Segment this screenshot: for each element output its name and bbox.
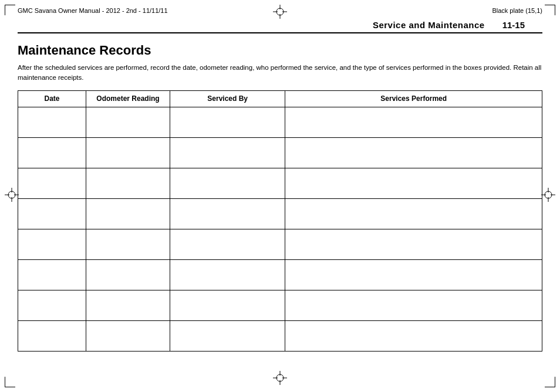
table-row [18, 321, 542, 352]
page-container: GMC Savana Owner Manual - 2012 - 2nd - 1… [0, 0, 560, 392]
intro-text: After the scheduled services are perform… [18, 63, 542, 83]
table-cell [285, 321, 542, 352]
table-cell [86, 260, 170, 290]
table-cell [86, 199, 170, 229]
table-cell [285, 290, 542, 321]
table-cell [86, 290, 170, 321]
crosshair-left [5, 188, 19, 204]
table-cell [170, 229, 285, 260]
table-cell [86, 107, 170, 138]
table-cell [18, 138, 86, 168]
crosshair-right [541, 188, 555, 204]
table-cell [18, 260, 86, 290]
col-header-date: Date [18, 90, 86, 107]
header-left: GMC Savana Owner Manual - 2012 - 2nd - 1… [18, 7, 168, 14]
table-row [18, 229, 542, 260]
col-header-odometer: Odometer Reading [86, 90, 170, 107]
corner-mark-top-right [545, 5, 555, 15]
table-cell [285, 168, 542, 199]
corner-mark-bottom-right [545, 377, 555, 387]
page-title: Maintenance Records [18, 43, 542, 58]
table-cell [170, 321, 285, 352]
main-content: Maintenance Records After the scheduled … [0, 33, 560, 357]
section-title: Service and Maintenance [373, 20, 485, 30]
table-cell [285, 260, 542, 290]
col-header-serviced-by: Serviced By [170, 90, 285, 107]
table-cell [170, 260, 285, 290]
table-cell [86, 321, 170, 352]
corner-mark-bottom-left [5, 377, 15, 387]
table-cell [170, 199, 285, 229]
table-cell [18, 168, 86, 199]
table-cell [18, 321, 86, 352]
col-header-services-performed: Services Performed [285, 90, 542, 107]
table-cell [170, 168, 285, 199]
corner-mark-top-left [5, 5, 15, 15]
table-row [18, 168, 542, 199]
table-cell [285, 107, 542, 138]
table-cell [18, 199, 86, 229]
table-cell [285, 229, 542, 260]
table-cell [18, 290, 86, 321]
table-cell [86, 168, 170, 199]
table-header-row: Date Odometer Reading Serviced By Servic… [18, 90, 542, 107]
table-cell [285, 138, 542, 168]
table-cell [285, 199, 542, 229]
section-page-num: 11-15 [502, 20, 525, 30]
table-row [18, 290, 542, 321]
crosshair-top [273, 5, 287, 21]
table-cell [170, 290, 285, 321]
header-right: Black plate (15,1) [492, 7, 542, 14]
table-cell [86, 138, 170, 168]
table-row [18, 199, 542, 229]
table-cell [18, 107, 86, 138]
table-cell [86, 229, 170, 260]
table-cell [170, 138, 285, 168]
table-cell [18, 229, 86, 260]
table-row [18, 260, 542, 290]
crosshair-bottom [273, 371, 287, 387]
table-row [18, 107, 542, 138]
table-row [18, 138, 542, 168]
maintenance-table: Date Odometer Reading Serviced By Servic… [18, 90, 542, 352]
table-cell [170, 107, 285, 138]
